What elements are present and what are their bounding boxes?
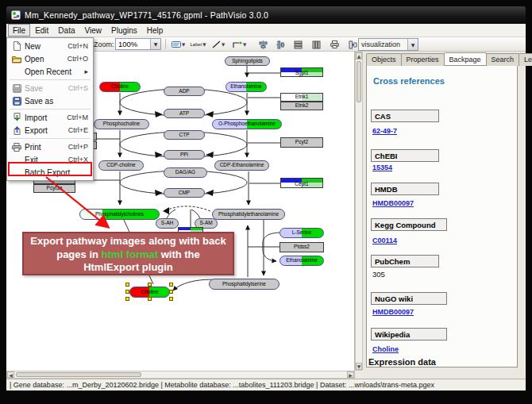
selection-handle[interactable] — [125, 283, 129, 287]
menu-item-open[interactable]: OpenCtrl+O — [7, 52, 93, 65]
menu-item-import[interactable]: ImportCtrl+M — [7, 111, 93, 124]
node-s-ah[interactable]: S-AH — [156, 218, 179, 229]
node-pcyt2[interactable]: Pcyt2 — [280, 137, 323, 148]
export-icon — [10, 125, 23, 135]
node-ptdss2[interactable]: Ptdss2 — [279, 242, 324, 252]
datanode-tool-button[interactable]: ▼ — [169, 38, 187, 51]
node-phosphatidylcholines[interactable]: Phosphatidylcholines — [79, 209, 160, 220]
node-cdp-choline[interactable]: CDP-choline — [98, 160, 144, 171]
print-icon — [10, 143, 23, 152]
node-label: L-Serine — [292, 230, 312, 236]
node-cmp[interactable]: CMP — [164, 188, 205, 198]
node-cept1[interactable]: Cept1 — [280, 178, 323, 188]
selection-handle[interactable] — [148, 283, 152, 287]
node-ppi[interactable]: PPi — [164, 150, 205, 160]
xref-link-hmdb[interactable]: HMDB00097 — [372, 199, 414, 207]
node-adp[interactable]: ADP — [164, 87, 205, 96]
menu-shortcut: Ctrl+O — [67, 55, 88, 63]
scroll-left-button[interactable]: ◀ — [7, 371, 14, 378]
line-tool-button[interactable]: ▼ — [210, 38, 227, 51]
vertical-scroll-thumb[interactable] — [357, 61, 361, 102]
connector-tool-button[interactable]: ▼ — [230, 38, 249, 51]
node-l-serine[interactable]: L-Serine — [279, 228, 324, 238]
label-tool-button[interactable]: Label ▼ — [189, 38, 207, 51]
node-choline[interactable]: Choline — [99, 82, 141, 92]
file-menu-popup: NewCtrl+NOpenCtrl+OOpen Recent▸SaveCtrl+… — [6, 37, 94, 181]
label-tool-text: Label — [191, 42, 202, 47]
visualization-combobox[interactable]: visualization ▼ — [358, 38, 418, 51]
tab-legend[interactable]: Legend — [519, 53, 532, 66]
menu-file[interactable]: File — [8, 24, 30, 37]
align-center-button[interactable] — [256, 38, 270, 51]
node-etnk2[interactable]: Etnk2 — [280, 102, 323, 110]
node-choline[interactable]: Choline — [129, 287, 170, 298]
selection-handle[interactable] — [169, 297, 173, 301]
node-ctp[interactable]: CTP — [164, 130, 205, 140]
menu-shortcut: Ctrl+E — [68, 126, 88, 134]
node-o-phosphoethanolamine[interactable]: O-Phosphoethanolamine — [212, 119, 282, 129]
node-label: Choline — [111, 84, 129, 90]
submenu-arrow-icon: ▸ — [84, 67, 88, 75]
xref-link-wikipedia[interactable]: Choline — [372, 345, 399, 353]
xref-header-cas: CAS — [371, 110, 439, 122]
tab-search[interactable]: Search — [486, 53, 520, 66]
menu-item-open-recent[interactable]: Open Recent▸ — [7, 65, 93, 78]
horizontal-scroll-thumb[interactable] — [16, 372, 141, 377]
selection-handle[interactable] — [125, 297, 129, 301]
scroll-right-button[interactable]: ▶ — [347, 371, 354, 378]
zoom-label: Zoom: — [94, 40, 114, 48]
menu-view[interactable]: View — [79, 24, 106, 37]
menu-plugins[interactable]: Plugins — [106, 24, 142, 37]
xref-link-nugo-wiki[interactable]: HMDB00097 — [372, 308, 414, 316]
xref-link-kegg-compound[interactable]: C00114 — [372, 237, 397, 244]
node-phosphatidylserine[interactable]: Phosphatidylserine — [209, 279, 279, 290]
menu-item-save-as[interactable]: Save as — [7, 94, 93, 107]
menu-help[interactable]: Help — [142, 24, 168, 37]
xref-link-cas[interactable]: 62-49-7 — [372, 127, 397, 135]
node-label: Pcyt1a — [47, 186, 63, 191]
selection-handle[interactable] — [125, 290, 129, 294]
canvas-vertical-scrollbar[interactable]: ▲ ▼ — [355, 52, 363, 371]
save-as-icon — [10, 97, 23, 106]
node-etnk1[interactable]: Etnk1 — [280, 93, 323, 102]
selection-handle[interactable] — [148, 297, 152, 301]
node-dag-ag[interactable]: DAG/AG — [164, 167, 207, 178]
node-pcyt1a[interactable]: Pcyt1a — [33, 184, 75, 193]
selection-handle[interactable] — [169, 290, 173, 294]
menu-edit[interactable]: Edit — [30, 24, 53, 37]
scroll-up-button[interactable]: ▲ — [356, 52, 362, 60]
menu-item-label: Open — [23, 55, 67, 63]
node-sphingolipids[interactable]: Sphingolipids — [225, 56, 270, 66]
node-ethanolamine[interactable]: Ethanolamine — [279, 256, 324, 266]
chevron-down-icon[interactable]: ▼ — [407, 39, 418, 50]
menu-item-new[interactable]: NewCtrl+N — [7, 40, 93, 52]
xref-link-chebi[interactable]: 15354 — [372, 164, 392, 171]
scroll-down-button[interactable]: ▼ — [356, 363, 362, 370]
node-sgpl1[interactable]: Sgpl1 — [280, 67, 323, 77]
stack-columns-icon — [312, 40, 321, 49]
node-phosphatidylethanolamine[interactable]: Phosphatidylethanolamine — [212, 209, 285, 220]
menu-item-export[interactable]: ExportCtrl+E — [7, 124, 93, 137]
node-label: Choline — [141, 290, 158, 295]
menu-separator — [10, 138, 91, 139]
tab-properties[interactable]: Properties — [401, 53, 445, 66]
node-atp[interactable]: ATP — [164, 109, 205, 118]
align-middle-button[interactable] — [273, 38, 287, 51]
node-phosphocholine[interactable]: Phosphocholine — [94, 119, 149, 129]
node-label: Sgpl1 — [281, 71, 322, 76]
print-toolbar-button[interactable] — [327, 38, 341, 51]
connector-tool-icon — [233, 40, 242, 48]
zoom-combobox[interactable]: 100% ▼ — [115, 38, 161, 50]
chevron-down-icon[interactable]: ▼ — [150, 39, 160, 49]
node-cdp-ethanolamine[interactable]: CDP-Ethanolamine — [214, 160, 269, 171]
node-ethanolamine[interactable]: Ethanolamine — [226, 82, 267, 92]
stack-columns-button[interactable] — [309, 38, 323, 51]
canvas-horizontal-scrollbar[interactable]: ◀ ▶ — [6, 371, 355, 379]
selection-handle[interactable] — [169, 283, 173, 287]
menu-data[interactable]: Data — [53, 24, 79, 37]
node-label: Cept1 — [281, 182, 322, 187]
menu-item-print[interactable]: PrintCtrl+P — [7, 140, 93, 153]
stack-rows-button[interactable] — [291, 38, 305, 51]
tab-objects[interactable]: Objects — [366, 53, 402, 66]
tab-backpage[interactable]: Backpage — [444, 52, 487, 65]
